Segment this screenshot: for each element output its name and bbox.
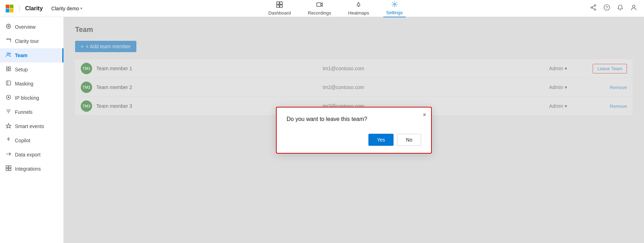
modal-no-button[interactable]: No [397,134,421,146]
svg-point-19 [8,26,9,27]
svg-point-18 [6,24,11,28]
svg-rect-1 [10,5,13,8]
modal-close-button[interactable]: × [423,112,426,118]
topbar: Clarity Clarity demo ▾ Dashboard Recordi… [0,0,644,17]
svg-rect-26 [9,69,11,71]
team-icon [6,52,11,59]
ip-blocking-icon [6,94,11,101]
svg-rect-6 [277,5,279,7]
integrations-icon [6,165,11,172]
modal-buttons: Yes No [287,134,421,146]
account-button[interactable] [629,3,638,14]
sidebar-item-masking[interactable]: Masking [0,77,63,91]
sidebar-funnels-label: Funnels [15,109,33,115]
share-button[interactable] [589,3,598,14]
svg-line-14 [592,8,594,9]
svg-rect-24 [9,67,11,68]
svg-marker-34 [6,123,11,128]
topbar-center: Dashboard Recordings Heatmaps Settings [82,0,589,17]
recordings-icon [316,1,323,10]
svg-rect-39 [9,169,11,171]
project-name: Clarity demo [51,6,79,11]
main-content: Team + + Add team member TM1 Team member… [64,17,644,243]
settings-icon [391,1,398,9]
sidebar-item-integrations[interactable]: Integrations [0,162,63,176]
sidebar-item-setup[interactable]: Setup [0,62,63,77]
nav-heatmaps-label: Heatmaps [348,10,369,16]
help-button[interactable]: ? [602,3,611,14]
svg-rect-23 [6,67,8,68]
app-brand: Clarity [25,5,43,12]
sidebar-item-smart-events[interactable]: Smart events [0,119,63,133]
sidebar-data-export-label: Data export [15,152,40,158]
masking-icon [6,80,11,87]
nav-settings-label: Settings [386,10,403,15]
topbar-right: ? [589,3,638,14]
sidebar-masking-label: Masking [15,81,33,87]
sidebar-setup-label: Setup [15,67,28,72]
svg-point-30 [8,96,9,98]
modal-overlay: Do you want to leave this team? × Yes No [64,17,644,243]
clarity-tour-icon [6,38,11,45]
svg-point-22 [9,53,11,54]
svg-point-17 [633,5,635,8]
project-selector[interactable]: Clarity demo ▾ [51,6,83,11]
sidebar-copilot-label: Copilot [15,138,30,143]
topbar-left: Clarity Clarity demo ▾ [6,5,82,12]
svg-rect-27 [6,81,11,85]
leave-team-modal: Do you want to leave this team? × Yes No [276,107,432,154]
svg-text:?: ? [606,5,608,10]
nav-recordings-label: Recordings [308,10,331,16]
topbar-divider [19,5,19,12]
data-export-icon [6,151,11,158]
nav-heatmaps[interactable]: Heatmaps [345,0,372,17]
notifications-button[interactable] [616,3,625,14]
nav-settings[interactable]: Settings [383,0,406,17]
svg-rect-37 [9,166,11,168]
nav-recordings[interactable]: Recordings [305,0,334,17]
smart-events-icon [6,123,11,130]
svg-point-10 [594,5,596,6]
svg-rect-2 [6,9,9,12]
sidebar-team-label: Team [15,53,28,58]
sidebar-smart-events-label: Smart events [15,123,44,129]
svg-rect-7 [280,5,282,7]
sidebar-item-clarity-tour[interactable]: Clarity tour [0,34,63,48]
sidebar-integrations-label: Integrations [15,166,41,172]
svg-rect-38 [6,169,8,171]
svg-point-9 [394,3,395,5]
svg-point-12 [591,7,592,8]
svg-rect-0 [6,5,9,8]
nav-dashboard[interactable]: Dashboard [265,0,294,17]
modal-title: Do you want to leave this team? [287,116,421,122]
svg-rect-4 [277,2,279,4]
svg-rect-5 [280,2,282,4]
heatmaps-icon [355,1,362,10]
svg-rect-25 [6,69,8,71]
sidebar-item-team[interactable]: Team [0,48,63,62]
sidebar-ip-blocking-label: IP blocking [15,95,39,101]
sidebar-overview-label: Overview [15,24,35,30]
sidebar-item-ip-blocking[interactable]: IP blocking [0,91,63,105]
svg-point-11 [594,9,596,10]
sidebar-item-funnels[interactable]: Funnels [0,105,63,119]
overview-icon [6,23,11,31]
svg-rect-8 [317,3,321,6]
microsoft-logo [6,5,13,12]
copilot-icon [6,137,11,144]
layout: Overview Clarity tour Team Setup Masking [0,17,644,243]
nav-dashboard-label: Dashboard [268,10,291,16]
modal-yes-button[interactable]: Yes [368,134,394,146]
sidebar-item-overview[interactable]: Overview [0,20,63,34]
svg-line-13 [592,6,594,7]
sidebar-clarity-tour-label: Clarity tour [15,38,39,44]
svg-rect-36 [6,166,8,168]
sidebar-item-copilot[interactable]: Copilot [0,133,63,148]
setup-icon [6,66,11,73]
svg-point-21 [7,53,9,55]
funnels-icon [6,109,11,116]
svg-rect-3 [10,9,13,12]
dashboard-icon [276,1,283,10]
sidebar: Overview Clarity tour Team Setup Masking [0,17,64,243]
sidebar-item-data-export[interactable]: Data export [0,148,63,162]
